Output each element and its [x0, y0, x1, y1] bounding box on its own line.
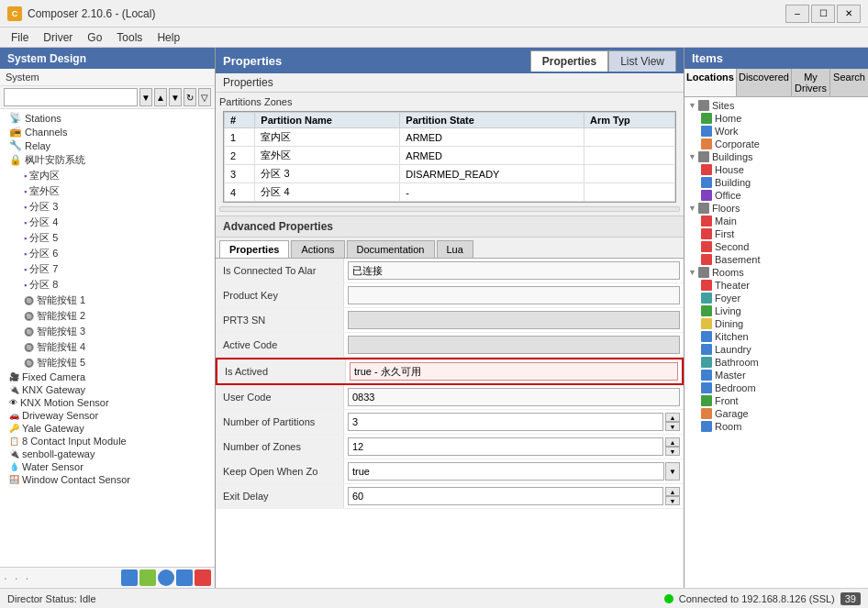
tree-item-work[interactable]: Work	[686, 125, 866, 138]
tree-item-channels[interactable]: 📻 Channels	[2, 125, 213, 138]
filter-btn[interactable]: ▽	[198, 88, 211, 106]
tree-item-zone7[interactable]: ▪ 分区 7	[2, 261, 213, 277]
select-arrow-keep-open[interactable]: ▼	[665, 462, 680, 481]
nav-up-btn[interactable]: ▲	[154, 88, 167, 106]
tree-item-foyer[interactable]: Foyer	[686, 292, 866, 304]
tree-item-outdoor[interactable]: ▪ 室外区	[2, 183, 213, 199]
table-row[interactable]: 3 分区 3 DISARMED_READY	[225, 165, 675, 183]
tree-item-yale[interactable]: 🔑 Yale Gateway	[2, 422, 213, 435]
adv-tab-properties[interactable]: Properties	[219, 240, 289, 258]
tree-item-water[interactable]: 💧 Water Sensor	[2, 460, 213, 473]
tree-item-btn5[interactable]: 🔘 智能按钮 5	[2, 355, 213, 370]
spin-input-partitions[interactable]	[348, 413, 663, 431]
prop-input-is-actived[interactable]	[350, 362, 678, 381]
tree-item-house[interactable]: House	[686, 163, 866, 176]
tab-properties[interactable]: Properties	[530, 50, 608, 72]
adv-tab-lua[interactable]: Lua	[437, 240, 473, 258]
spin-down-zones[interactable]: ▼	[665, 447, 680, 456]
table-row[interactable]: 4 分区 4 -	[225, 183, 675, 202]
menu-file[interactable]: File	[4, 29, 36, 46]
tree-item-theater[interactable]: Theater	[686, 279, 866, 292]
tree-item-bathroom[interactable]: Bathroom	[686, 356, 866, 369]
nav-down-btn[interactable]: ▼	[169, 88, 182, 106]
tab-my-drivers[interactable]: My Drivers	[792, 69, 830, 96]
tab-discovered[interactable]: Discovered	[737, 69, 792, 96]
maximize-button[interactable]: ☐	[811, 5, 835, 23]
spin-up-exit-delay[interactable]: ▲	[665, 487, 680, 496]
spin-input-zones[interactable]	[348, 437, 663, 456]
tree-item-kitchen[interactable]: Kitchen	[686, 330, 866, 343]
tree-item-zone8[interactable]: ▪ 分区 8	[2, 277, 213, 293]
adv-tab-documentation[interactable]: Documentation	[347, 240, 435, 258]
table-row[interactable]: 1 室内区 ARMED	[225, 128, 675, 147]
prop-input-user-code[interactable]	[348, 388, 680, 406]
tree-item-knx-motion[interactable]: 👁 KNX Motion Sensor	[2, 396, 213, 409]
partition-scrollbar[interactable]	[219, 206, 680, 212]
refresh-btn[interactable]: ↻	[184, 88, 196, 106]
menu-driver[interactable]: Driver	[36, 29, 80, 46]
tree-item-room[interactable]: Room	[686, 420, 866, 433]
footer-icon-5[interactable]	[195, 569, 211, 586]
dropdown-arrow-btn[interactable]: ▼	[139, 88, 152, 106]
tree-item-second[interactable]: Second	[686, 240, 866, 253]
system-search-input[interactable]	[4, 88, 138, 106]
tree-item-btn4[interactable]: 🔘 智能按钮 4	[2, 339, 213, 355]
menu-go[interactable]: Go	[80, 29, 109, 46]
tree-group-buildings[interactable]: ▼ Buildings	[686, 150, 866, 163]
prop-input-active-code[interactable]	[348, 336, 680, 354]
tree-item-master[interactable]: Master	[686, 369, 866, 381]
tree-item-alarm[interactable]: 🔒 枫叶安防系统	[2, 152, 213, 168]
spin-up-partitions[interactable]: ▲	[665, 413, 680, 422]
menu-tools[interactable]: Tools	[109, 29, 150, 46]
tree-group-floors[interactable]: ▼ Floors	[686, 202, 866, 215]
menu-help[interactable]: Help	[150, 29, 187, 46]
tree-item-8contact[interactable]: 📋 8 Contact Input Module	[2, 435, 213, 448]
tree-item-stations[interactable]: 📡 Stations	[2, 111, 213, 125]
select-input-keep-open[interactable]	[348, 462, 664, 481]
tree-item-main[interactable]: Main	[686, 215, 866, 227]
close-button[interactable]: ✕	[837, 5, 861, 23]
tree-item-home[interactable]: Home	[686, 112, 866, 125]
tree-item-zone3[interactable]: ▪ 分区 3	[2, 199, 213, 215]
adv-tab-actions[interactable]: Actions	[291, 240, 344, 258]
tree-item-camera[interactable]: 🎥 Fixed Camera	[2, 370, 213, 383]
prop-input-prt3sn[interactable]	[348, 311, 680, 329]
footer-icon-2[interactable]	[139, 569, 156, 586]
tab-search[interactable]: Search	[830, 69, 868, 96]
minimize-button[interactable]: –	[785, 5, 809, 23]
tree-item-btn1[interactable]: 🔘 智能按钮 1	[2, 293, 213, 308]
tree-item-indoor[interactable]: ▪ 室内区	[2, 168, 213, 183]
tree-group-rooms[interactable]: ▼ Rooms	[686, 266, 866, 279]
tab-listview[interactable]: List View	[608, 50, 676, 72]
tree-item-living[interactable]: Living	[686, 304, 866, 317]
tree-item-btn3[interactable]: 🔘 智能按钮 3	[2, 324, 213, 339]
tree-item-corporate[interactable]: Corporate	[686, 138, 866, 150]
tree-item-window[interactable]: 🪟 Window Contact Sensor	[2, 473, 213, 486]
tree-item-building[interactable]: Building	[686, 176, 866, 189]
tree-item-senboll[interactable]: 🔌 senboll-gateway	[2, 448, 213, 460]
tree-item-office[interactable]: Office	[686, 189, 866, 202]
tree-item-knx-gw[interactable]: 🔌 KNX Gateway	[2, 383, 213, 396]
footer-icon-3[interactable]	[158, 569, 174, 586]
tree-item-zone4[interactable]: ▪ 分区 4	[2, 215, 213, 230]
table-row[interactable]: 2 室外区 ARMED	[225, 147, 675, 165]
tree-item-relay[interactable]: 🔧 Relay	[2, 138, 213, 152]
spin-input-exit-delay[interactable]	[348, 487, 663, 505]
prop-input-connected[interactable]	[348, 261, 680, 280]
tree-item-btn2[interactable]: 🔘 智能按钮 2	[2, 308, 213, 324]
footer-icon-4[interactable]	[176, 569, 193, 586]
spin-down-partitions[interactable]: ▼	[665, 422, 680, 431]
spin-up-zones[interactable]: ▲	[665, 437, 680, 447]
tree-item-dining[interactable]: Dining	[686, 317, 866, 330]
prop-input-product-key[interactable]	[348, 286, 680, 304]
footer-icon-1[interactable]	[121, 569, 138, 586]
tree-item-zone6[interactable]: ▪ 分区 6	[2, 246, 213, 261]
tree-item-zone5[interactable]: ▪ 分区 5	[2, 230, 213, 246]
tree-item-basement[interactable]: Basement	[686, 253, 866, 266]
spin-down-exit-delay[interactable]: ▼	[665, 496, 680, 505]
tree-item-first[interactable]: First	[686, 227, 866, 240]
tree-item-garage[interactable]: Garage	[686, 407, 866, 420]
tree-item-bedroom[interactable]: Bedroom	[686, 381, 866, 394]
tab-locations[interactable]: Locations	[684, 69, 737, 96]
tree-item-front[interactable]: Front	[686, 394, 866, 407]
